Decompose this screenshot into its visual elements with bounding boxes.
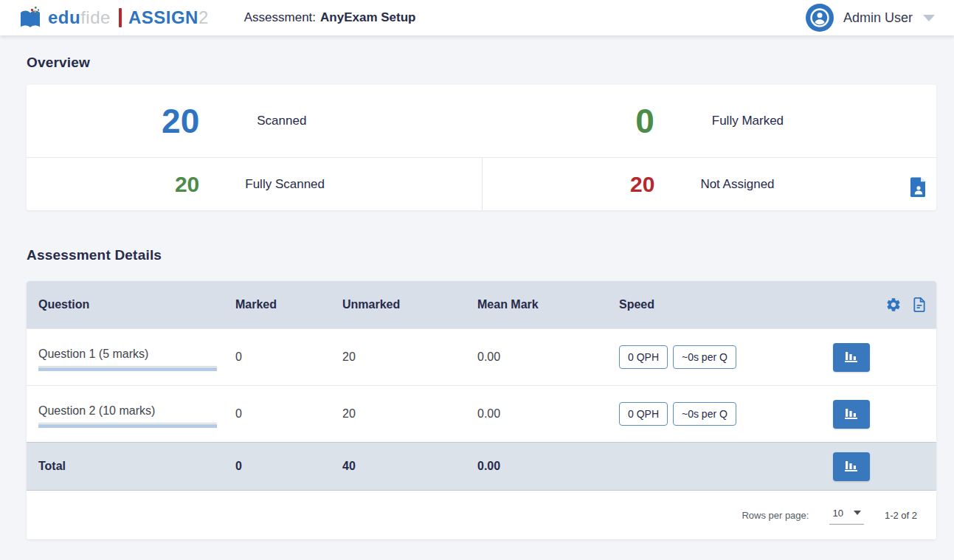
assessment-details-table: Question Marked Unmarked Mean Mark Speed — [27, 281, 936, 539]
app-header: edu fide ASSIGN 2 Assessment: AnyExam Se… — [0, 0, 954, 35]
brand-fide: fide — [80, 7, 111, 28]
col-header-mean-mark: Mean Mark — [477, 298, 619, 311]
col-header-speed: Speed — [619, 298, 826, 311]
table-export-button[interactable] — [912, 297, 927, 313]
stat-label-fully-marked: Fully Marked — [712, 114, 784, 128]
question-stats-button[interactable] — [833, 343, 870, 372]
stat-card-fully-scanned: 20 Fully Scanned — [27, 158, 482, 210]
stat-value-fully-marked: 0 — [482, 101, 654, 141]
stat-value-not-assigned: 20 — [483, 172, 655, 197]
table-row-question-2: Question 2 (10 marks) 0 20 0.00 0 QPH ~0… — [27, 385, 936, 442]
total-label: Total — [38, 460, 235, 473]
speed-per-q-chip: ~0s per Q — [673, 345, 736, 369]
question-name: Question 1 (5 marks) — [38, 348, 217, 367]
stat-value-fully-scanned: 20 — [27, 172, 199, 197]
marked-value: 0 — [235, 407, 342, 421]
mean-mark-value: 0.00 — [477, 350, 619, 364]
total-marked-value: 0 — [235, 460, 342, 473]
assessment-label: Assessment: — [244, 10, 316, 25]
gear-icon — [885, 297, 902, 313]
total-unmarked-value: 40 — [342, 460, 477, 473]
brand-version: 2 — [198, 7, 209, 28]
caret-down-icon — [923, 15, 935, 21]
question-progress-bar — [38, 424, 217, 428]
edufide-logo[interactable]: edu fide ASSIGN 2 — [18, 6, 209, 30]
account-circle-icon — [805, 3, 834, 32]
caret-down-icon — [854, 511, 861, 515]
question-name: Question 2 (10 marks) — [38, 404, 217, 424]
question-progress-bar — [38, 367, 217, 371]
main-content: Overview 20 Scanned 0 Fully Marked 20 Fu… — [0, 35, 954, 539]
total-stats-button[interactable] — [833, 452, 870, 481]
bar-chart-icon — [843, 349, 860, 365]
total-mean-mark-value: 0.00 — [477, 460, 619, 473]
stat-label-scanned: Scanned — [257, 114, 306, 128]
mean-mark-value: 0.00 — [477, 407, 619, 421]
unmarked-value: 20 — [342, 350, 477, 364]
col-header-question: Question — [38, 298, 235, 311]
rows-per-page-value: 10 — [832, 508, 843, 519]
user-menu[interactable]: Admin User — [805, 3, 935, 32]
speed-qph-chip: 0 QPH — [619, 402, 668, 426]
table-settings-button[interactable] — [885, 297, 902, 313]
unmarked-value: 20 — [342, 407, 477, 421]
assign-document-person-icon — [910, 177, 927, 197]
marked-value: 0 — [235, 350, 342, 364]
assign-scripts-button[interactable] — [910, 177, 927, 197]
bar-chart-icon — [843, 406, 860, 422]
overview-panel: 20 Scanned 0 Fully Marked 20 Fully Scann… — [27, 85, 936, 210]
col-header-marked: Marked — [235, 298, 342, 311]
overview-heading: Overview — [27, 55, 936, 71]
document-lines-icon — [912, 297, 927, 313]
table-row-question-1: Question 1 (5 marks) 0 20 0.00 0 QPH ~0s… — [27, 328, 936, 385]
brand-edu: edu — [48, 7, 80, 28]
col-header-unmarked: Unmarked — [342, 298, 477, 311]
stat-label-not-assigned: Not Assigned — [700, 177, 774, 192]
brand-assign: ASSIGN — [128, 7, 198, 28]
brand-divider — [119, 8, 122, 27]
open-book-pixels-icon — [18, 6, 45, 30]
question-stats-button[interactable] — [833, 400, 870, 429]
speed-qph-chip: 0 QPH — [619, 345, 668, 369]
stat-label-fully-scanned: Fully Scanned — [245, 177, 325, 192]
table-total-row: Total 0 40 0.00 — [27, 442, 936, 491]
rows-per-page-select[interactable]: 10 — [829, 506, 863, 525]
rows-per-page-label: Rows per page: — [742, 510, 809, 521]
stat-card-scanned: 20 Scanned — [27, 85, 482, 157]
stat-value-scanned: 20 — [27, 101, 199, 141]
speed-per-q-chip: ~0s per Q — [673, 402, 736, 426]
assessment-title: Assessment: AnyExam Setup — [244, 10, 416, 25]
stat-card-not-assigned: 20 Not Assigned — [482, 158, 937, 210]
assessment-name: AnyExam Setup — [320, 10, 415, 25]
table-header-row: Question Marked Unmarked Mean Mark Speed — [27, 281, 936, 328]
user-name: Admin User — [843, 10, 913, 26]
pagination-range: 1-2 of 2 — [885, 510, 917, 521]
assessment-details-heading: Assessment Details — [27, 247, 936, 263]
table-pagination: Rows per page: 10 1-2 of 2 — [27, 491, 936, 539]
bar-chart-icon — [843, 458, 860, 474]
stat-card-fully-marked: 0 Fully Marked — [482, 85, 937, 157]
